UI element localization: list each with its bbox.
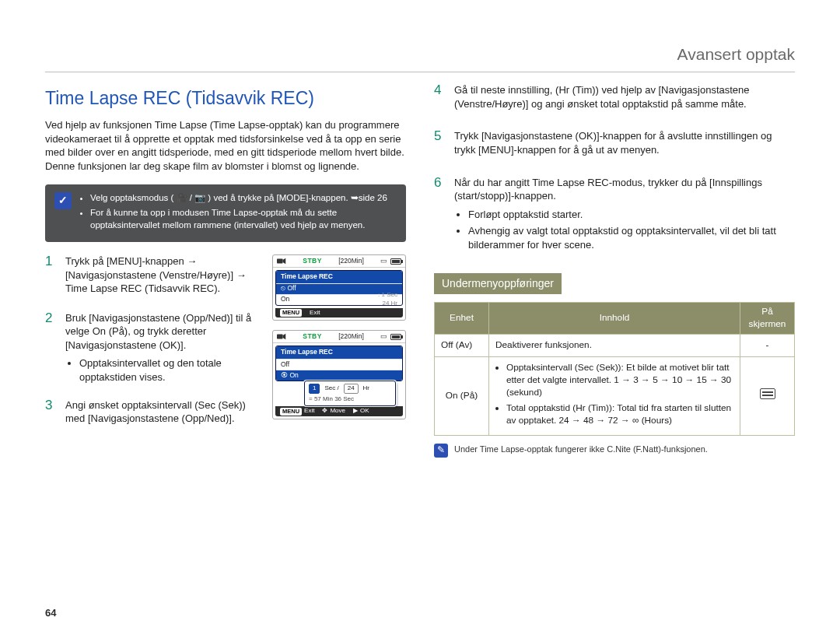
- ok-label: OK: [360, 407, 369, 416]
- cell-unit: On (På): [435, 356, 489, 435]
- step-number: 6: [434, 176, 446, 191]
- rec-time: [220Min]: [338, 332, 364, 341]
- battery-icon: [390, 334, 401, 340]
- mode-note-box: ✓ Velg opptaksmodus ( 🎥 / 📷 ) ved å tryk…: [45, 184, 406, 243]
- step-text: Trykk på [MENU]-knappen → [Navigasjonsta…: [65, 254, 263, 296]
- step-number: 3: [45, 398, 58, 413]
- footnote: ✎ Under Time Lapse-opptak fungerer ikke …: [434, 444, 795, 458]
- th-onscreen: På skjermen: [740, 303, 795, 335]
- sd-icon: ▭: [380, 257, 387, 265]
- hr-label: Hr: [363, 384, 369, 393]
- cell-content: Opptaksintervall (Sec (Sek)): Et bilde a…: [489, 356, 740, 435]
- total-time: = 57 Min 36 Sec: [309, 395, 391, 404]
- cell-unit: Off (Av): [435, 335, 489, 357]
- move-icon: ✥: [322, 407, 327, 416]
- options-table: Enhet Innhold På skjermen Off (Av) Deakt…: [434, 302, 795, 435]
- intro-paragraph: Ved hjelp av funksjonen Time Lapse (Time…: [45, 118, 406, 173]
- table-row: On (På) Opptaksintervall (Sec (Sek)): Et…: [435, 356, 795, 435]
- th-content: Innhold: [489, 303, 740, 335]
- page-number: 64: [45, 606, 56, 620]
- svg-rect-0: [277, 259, 283, 264]
- hr-value[interactable]: 24: [344, 384, 359, 394]
- step-text: Gå til neste innstilling, (Hr (Tim)) ved…: [454, 83, 795, 111]
- camera-screen-mockup-1: STBY [220Min] ▭ Time Lapse REC ⦸ Off: [272, 254, 406, 321]
- cell-bullet: Opptaksintervall (Sec (Sek)): Et bilde a…: [506, 362, 733, 399]
- step-number: 4: [434, 83, 446, 98]
- timelapse-screen-icon: [760, 388, 775, 399]
- camera-mode-icon: [277, 333, 286, 340]
- cell-screen: -: [740, 335, 795, 357]
- note-item: Velg opptaksmodus ( 🎥 / 📷 ) ved å trykke…: [90, 192, 397, 205]
- cell-screen: [740, 356, 795, 435]
- step-subtext: Forløpt opptakstid starter.: [468, 208, 795, 222]
- menu-row-off[interactable]: Off: [276, 359, 402, 370]
- cell-bullet: Total opptakstid (Hr (Tim)): Total tid f…: [506, 402, 733, 427]
- ok-icon: ▶: [353, 407, 358, 416]
- stby-label: STBY: [303, 257, 322, 265]
- step-number: 5: [434, 129, 446, 144]
- note-icon: ✎: [434, 444, 448, 458]
- footnote-text: Under Time Lapse-opptak fungerer ikke C.…: [454, 444, 708, 455]
- section-heading: Time Lapse REC (Tidsavvik REC): [45, 86, 406, 111]
- step-text: Angi ønsket opptaksintervall (Sec (Sek))…: [65, 398, 263, 426]
- rec-time: [220Min]: [338, 257, 364, 265]
- submenu-heading: Undermenyoppføringer: [434, 273, 562, 294]
- exit-label: Exit: [310, 309, 320, 317]
- interval-popup: 1 Sec / 24 Hr = 57 Min 36 Sec: [304, 381, 396, 407]
- stby-label: STBY: [303, 332, 322, 341]
- menu-tag: MENU: [280, 309, 302, 317]
- step-text: Bruk [Navigasjonstastene (Opp/Ned)] til …: [65, 311, 263, 353]
- move-label: Move: [330, 407, 345, 416]
- exit-label: Exit: [304, 407, 314, 416]
- step-text: Trykk [Navigasjonstastene (OK)]-knappen …: [454, 129, 795, 156]
- check-icon: ✓: [54, 192, 72, 209]
- sec-value[interactable]: 1: [309, 384, 320, 394]
- battery-icon: [390, 258, 401, 265]
- menu-title: Time Lapse REC: [276, 346, 402, 358]
- table-row: Off (Av) Deaktiverer funksjonen. -: [435, 335, 795, 357]
- menu-row-on[interactable]: On : 1 Sec24 Hr: [276, 294, 402, 305]
- cell-content: Deaktiverer funksjonen.: [489, 335, 740, 357]
- sd-icon: ▭: [380, 332, 387, 341]
- sec-label: Sec /: [324, 384, 338, 393]
- svg-rect-1: [277, 335, 283, 339]
- menu-title: Time Lapse REC: [276, 271, 402, 282]
- camera-mode-icon: [277, 258, 286, 265]
- step-subtext: Opptaksintervallet og den totale opptaks…: [79, 356, 263, 384]
- step-subtext: Avhengig av valgt total opptakstid og op…: [468, 224, 795, 251]
- menu-tag: MENU: [280, 408, 302, 416]
- camera-screen-mockup-2: STBY [220Min] ▭ Time Lapse REC Off ⦿ On: [272, 330, 406, 419]
- th-unit: Enhet: [435, 303, 489, 335]
- page-header-title: Avansert opptak: [677, 44, 795, 65]
- note-item: For å kunne ta opp i modusen Time Lapse-…: [90, 207, 397, 231]
- step-number: 1: [45, 254, 58, 269]
- menu-row-on[interactable]: ⦿ On: [276, 370, 402, 381]
- step-number: 2: [45, 311, 58, 326]
- step-text: Når du har angitt Time Lapse REC-modus, …: [454, 176, 795, 203]
